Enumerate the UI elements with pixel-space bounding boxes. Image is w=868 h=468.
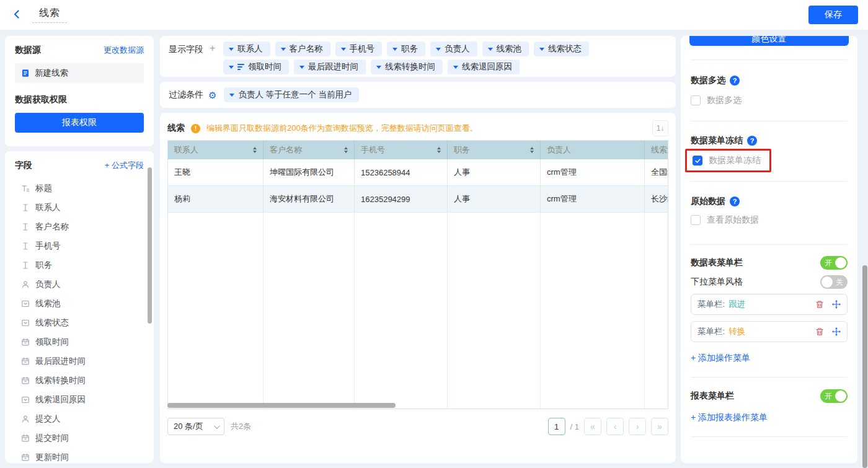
multi-select-checkbox-row[interactable]: 数据多选 [691,95,848,106]
column-header-customer-name[interactable]: 客户名称 [264,141,355,159]
field-item-claim-time[interactable]: 领取时间 [15,332,144,351]
checkbox-checked[interactable] [693,156,702,166]
menu-item-follow[interactable]: 菜单栏: 跟进 [691,294,848,315]
chip-position[interactable]: 职务 [387,42,425,56]
display-chip-row-1: 联系人 客户名称 手机号 职务 负责人 线索池 线索状态 [223,42,589,56]
menu-freeze-section-title: 数据菜单冻结 ? [691,135,848,146]
checkbox-unchecked[interactable] [691,215,701,225]
dropdown-style-row: 下拉菜单风格 关 [691,275,848,289]
move-icon[interactable] [831,327,841,337]
back-button[interactable] [10,8,24,22]
table-horizontal-scrollbar[interactable] [167,403,396,408]
menu-item-value: 跟进 [728,299,745,310]
back-chevron-icon [12,10,21,20]
next-page-button[interactable]: › [629,418,646,435]
chip-return-reason[interactable]: 线索退回原因 [448,60,520,74]
sort-arrows-icon[interactable] [344,147,348,153]
dropdown-style-toggle[interactable]: 关 [820,275,848,289]
report-menubar-toggle[interactable]: 开 [820,389,848,403]
move-icon[interactable] [831,300,841,309]
sort-arrows-icon[interactable] [253,147,257,153]
table-menubar-toggle[interactable]: 开 [820,256,848,270]
table-row[interactable]: 杨莉 海安材料有限公司 16235294299 人事 crm管理 长沙线索 [168,186,668,213]
color-settings-button[interactable]: 颜色设置 [689,36,849,46]
chip-owner[interactable]: 负责人 [430,42,477,56]
filter-label: 过滤条件 [169,89,203,100]
page-vertical-scrollbar[interactable] [862,265,867,468]
menu-freeze-checkbox-row[interactable]: 数据菜单冻结 [693,155,761,166]
sort-arrows-icon[interactable] [530,147,534,153]
column-header-contact[interactable]: 联系人 [168,141,264,159]
field-item-customer-name[interactable]: 客户名称 [15,217,144,236]
cell: 坤曜国际有限公司 [264,159,355,186]
first-page-button[interactable]: « [584,418,601,435]
sort-order-icon [237,64,244,70]
filter-settings-gear-icon[interactable]: ⚙ [208,91,216,100]
sort-arrows-icon[interactable] [437,147,441,153]
page-title[interactable]: 线索 [39,7,60,20]
table-row[interactable]: 王晓 坤曜国际有限公司 15236258944 人事 crm管理 全国线索 [168,159,668,186]
divider [691,436,848,437]
date-field-icon [21,434,30,443]
last-page-button[interactable]: » [651,418,668,435]
field-label: 最后跟进时间 [35,356,86,367]
raw-data-checkbox-row[interactable]: 查看原始数据 [691,214,848,226]
report-permission-button[interactable]: 报表权限 [15,113,144,133]
field-item-submit-time[interactable]: 提交时间 [15,428,144,448]
field-item-lead-status[interactable]: 线索状态 [15,313,144,332]
field-item-owner[interactable]: 负责人 [15,275,144,294]
add-action-menu-link[interactable]: + 添加操作菜单 [691,353,750,364]
chip-label: 联系人 [237,43,263,55]
add-formula-field-link[interactable]: + 公式字段 [105,160,144,171]
section-title-text: 数据多选 [691,75,725,86]
checkbox-unchecked[interactable] [691,95,701,105]
current-page-input[interactable]: 1 [548,418,565,435]
field-item-title[interactable]: 标题 [15,179,144,198]
prev-page-button[interactable]: ‹ [606,418,624,435]
display-chip-row-2: 领取时间 最后跟进时间 线索转换时间 线索退回原因 [223,60,589,74]
column-header-owner[interactable]: 负责人 [541,141,645,159]
field-item-mobile[interactable]: 手机号 [15,236,144,255]
help-icon[interactable]: ? [730,196,740,206]
column-header-mobile[interactable]: 手机号 [355,141,448,159]
column-header-lead-pool[interactable]: 线索池 [645,141,668,159]
chip-mobile[interactable]: 手机号 [335,42,383,56]
chip-last-follow-time[interactable]: 最后跟进时间 [294,60,366,74]
filter-condition-chip[interactable]: 负责人 等于任意一个 当前用户 [224,87,359,102]
chip-convert-time[interactable]: 线索转换时间 [371,60,443,74]
delete-icon[interactable] [815,300,824,309]
column-header-position[interactable]: 职务 [448,141,541,159]
page-size-select[interactable]: 20 条/页 [167,418,224,435]
chip-contact[interactable]: 联系人 [223,42,270,56]
help-icon[interactable]: ? [747,136,757,146]
field-item-update-time[interactable]: 更新时间 [15,448,144,463]
field-item-position[interactable]: 职务 [15,255,144,275]
help-icon[interactable]: ? [730,76,740,86]
select-field-icon [21,299,30,308]
field-item-lead-pool[interactable]: 线索池 [15,294,144,313]
filter-condition-text: 负责人 等于任意一个 当前用户 [238,89,352,100]
chip-customer-name[interactable]: 客户名称 [275,42,330,56]
field-item-convert-time[interactable]: 线索转换时间 [15,371,144,390]
table-empty-area [168,213,668,409]
chip-lead-status[interactable]: 线索状态 [534,42,589,56]
menu-item-convert[interactable]: 菜单栏: 转换 [691,321,848,342]
chip-claim-time[interactable]: 领取时间 [223,60,289,74]
field-item-last-follow-time[interactable]: 最后跟进时间 [15,351,144,371]
field-item-contact[interactable]: 联系人 [15,198,144,217]
datasource-item[interactable]: 新建线索 [15,63,144,83]
add-report-action-menu-link[interactable]: + 添加报表操作菜单 [691,412,768,423]
delete-icon[interactable] [815,327,824,337]
chip-lead-pool[interactable]: 线索池 [482,42,529,56]
fields-scrollbar[interactable] [148,167,152,324]
chip-label: 线索转换时间 [385,61,435,73]
preview-warning-text: 编辑界面只取数据源前200条作为查询数据预览，完整数据请访问页面查看。 [206,123,478,134]
save-button[interactable]: 保存 [808,6,858,24]
add-display-field-button[interactable]: + [210,44,215,53]
numeric-sort-icon[interactable]: 1↓ [652,120,668,136]
field-label: 提交时间 [35,433,69,444]
toggle-knob [835,257,846,268]
change-datasource-link[interactable]: 更改数据源 [104,45,144,56]
field-item-return-reason[interactable]: 线索退回原因 [15,390,144,409]
field-item-submitter[interactable]: 提交人 [15,409,144,428]
